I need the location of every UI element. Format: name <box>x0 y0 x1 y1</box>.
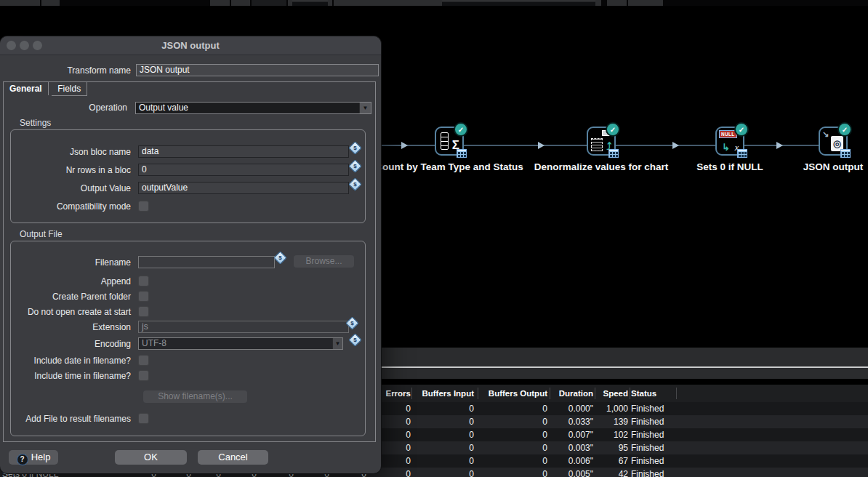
return-arrow-icon: ↳ <box>722 142 730 153</box>
cell-duration: 0.005" <box>528 468 593 477</box>
tab-general[interactable]: General <box>4 82 49 95</box>
encoding-value: UTF-8 <box>142 338 166 348</box>
col-header-buffers-input[interactable]: Buffers Input <box>409 385 474 402</box>
do-not-open-label: Do not open create at start <box>0 307 134 318</box>
check-badge-icon: ✓ <box>837 122 852 137</box>
json-output-icon[interactable]: ↘ ◎ ✓ <box>819 127 848 156</box>
append-checkbox[interactable] <box>138 276 149 286</box>
cell-status: Finished <box>631 454 718 468</box>
show-filenames-button[interactable]: Show filename(s)... <box>143 390 247 403</box>
help-button[interactable]: ?Help <box>9 450 58 465</box>
help-icon: ? <box>17 454 28 465</box>
append-label: Append <box>0 276 134 287</box>
table-badge-icon <box>840 149 851 158</box>
cell-speed: 1,000 <box>586 402 628 415</box>
cell-buffers-input: 0 <box>409 428 474 441</box>
cell-duration: 0.000" <box>528 402 593 415</box>
cell-duration: 0.033" <box>528 415 593 428</box>
col-header-duration[interactable]: Duration <box>528 385 593 402</box>
check-badge-icon: ✓ <box>606 122 620 137</box>
nr-rows-input[interactable]: 0 <box>138 164 349 176</box>
encoding-combo[interactable]: UTF-8 ▼ <box>138 337 343 350</box>
nr-rows-label: Nr rows in a bloc <box>0 165 134 176</box>
col-header-speed[interactable]: Speed <box>586 385 628 402</box>
step-json-output[interactable]: ↘ ◎ ✓ JSON output <box>746 127 868 172</box>
if-null-icon[interactable]: NULL ↳ x ✓ <box>715 127 744 156</box>
include-time-checkbox[interactable] <box>138 370 149 381</box>
cell-speed: 95 <box>586 441 628 454</box>
cell-status: Finished <box>631 415 718 428</box>
extension-input[interactable]: js <box>138 321 349 333</box>
cell-duration: 0.006" <box>528 454 593 468</box>
operation-value: Output value <box>139 103 188 113</box>
in-arrow-icon: ↘ <box>822 129 829 139</box>
operation-combo[interactable]: Output value ▼ <box>135 102 371 114</box>
cell-buffers-input: 0 <box>409 415 474 428</box>
dialog-titlebar[interactable]: JSON output <box>0 36 381 55</box>
step-label: Count by Team Type and Status <box>375 161 523 172</box>
transform-name-input[interactable]: JSON output <box>136 64 379 76</box>
add-file-label: Add File to result filenames <box>0 414 134 425</box>
include-date-label: Include date in filename? <box>0 356 134 366</box>
cell-status: Finished <box>631 402 718 415</box>
extension-label: Extension <box>0 322 134 333</box>
col-header-status[interactable]: Status <box>631 385 718 402</box>
output-file-group-label: Output File <box>20 230 63 239</box>
compatibility-checkbox[interactable] <box>138 201 149 212</box>
table-badge-icon <box>608 149 619 158</box>
cell-speed: 67 <box>586 454 628 468</box>
cell-duration: 0.007" <box>528 428 593 441</box>
json-bloc-name-input[interactable]: data <box>138 145 349 158</box>
do-not-open-checkbox[interactable] <box>138 306 149 317</box>
cell-speed: 139 <box>586 415 628 428</box>
add-file-checkbox[interactable] <box>138 413 149 424</box>
step-label: JSON output <box>803 161 864 172</box>
help-button-label: Help <box>31 452 51 462</box>
output-value-input[interactable]: outputValue <box>138 182 349 194</box>
table-badge-icon <box>457 149 467 158</box>
include-date-checkbox[interactable] <box>138 355 149 366</box>
cell-status: Finished <box>631 428 718 441</box>
include-time-label: Include time in filename? <box>0 371 134 382</box>
filename-label: Filename <box>0 257 134 268</box>
compatibility-label: Compatibility mode <box>0 201 134 212</box>
check-badge-icon: ✓ <box>454 122 468 137</box>
cell-status: Finished <box>631 468 718 477</box>
cell-buffers-input: 0 <box>409 402 474 415</box>
chevron-down-icon[interactable]: ▼ <box>332 338 342 349</box>
encoding-label: Encoding <box>0 339 134 350</box>
cell-speed: 102 <box>586 428 628 441</box>
group-by-icon[interactable]: Σ ✓ <box>435 127 464 156</box>
tab-fields[interactable]: Fields <box>52 82 87 96</box>
create-parent-checkbox[interactable] <box>138 291 149 302</box>
settings-group-label: Settings <box>20 119 51 128</box>
ok-button[interactable]: OK <box>115 450 187 465</box>
operation-label: Operation <box>0 103 131 113</box>
row-denormaliser-icon[interactable]: ⤴ ✓ <box>587 127 616 156</box>
transform-name-label: Transform name <box>0 65 134 76</box>
main-toolbar-sliver <box>0 0 868 6</box>
column-glyph-icon <box>441 132 449 150</box>
step-count-by-team-type[interactable]: Σ ✓ Count by Team Type and Status <box>362 127 537 172</box>
cell-buffers-input: 0 <box>409 441 474 454</box>
chevron-down-icon[interactable]: ▼ <box>359 103 371 113</box>
cancel-button[interactable]: Cancel <box>198 450 268 465</box>
json-output-dialog: JSON output Transform name JSON output G… <box>0 36 381 473</box>
output-value-label: Output Value <box>0 183 134 194</box>
json-bloc-name-label: Json bloc name <box>0 147 134 158</box>
filename-input[interactable] <box>138 256 275 268</box>
cell-speed: 42 <box>586 468 628 477</box>
cell-buffers-input: 0 <box>409 468 474 477</box>
cell-buffers-input: 0 <box>409 454 474 468</box>
dashed-table-icon <box>591 138 603 151</box>
cell-status: Finished <box>631 441 718 454</box>
create-parent-label: Create Parent folder <box>0 292 134 302</box>
dialog-title: JSON output <box>0 36 381 55</box>
browse-button[interactable]: Browse... <box>294 255 354 268</box>
cell-duration: 0.003" <box>528 441 593 454</box>
